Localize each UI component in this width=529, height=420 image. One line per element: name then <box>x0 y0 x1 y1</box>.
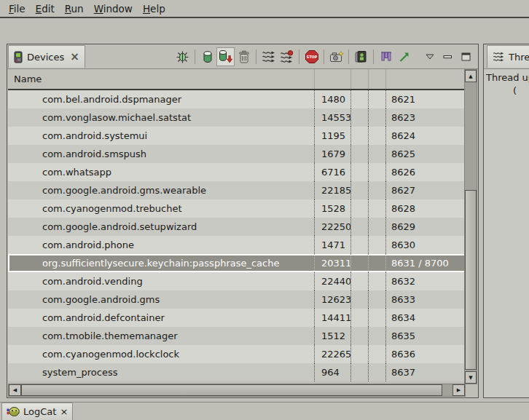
process-port: 8623 <box>385 108 466 127</box>
column-header-pid[interactable] <box>314 69 350 89</box>
green-arrow-button[interactable] <box>395 47 413 66</box>
process-port: 8621 <box>385 90 466 108</box>
close-icon[interactable]: × <box>70 52 79 63</box>
screen-record-button[interactable] <box>352 47 370 66</box>
process-name: com.bel.android.dspmanager <box>8 90 314 108</box>
process-name: com.cyanogenmod.lockclock <box>8 345 314 363</box>
scroll-right-button[interactable]: ▶ <box>452 384 465 396</box>
menu-item[interactable]: Edit <box>34 1 63 16</box>
hierarchy-bars-icon <box>380 50 393 63</box>
process-pid: 22250 <box>314 218 350 236</box>
process-name: com.vonglasow.michael.satstat <box>8 108 314 127</box>
table-row[interactable]: com.tmobile.thememanager 1512 8635 <box>8 327 466 345</box>
table-row[interactable]: com.google.android.gms.wearable 22185 86… <box>8 181 466 199</box>
table-row[interactable]: com.android.smspush 1679 8625 <box>8 145 466 163</box>
menu-item[interactable]: Run <box>63 1 93 16</box>
process-blank1 <box>350 363 368 381</box>
process-blank2 <box>368 218 385 236</box>
stop-process-button[interactable]: STOP <box>302 47 321 66</box>
table-row[interactable]: com.android.defcontainer 14411 8634 <box>8 309 466 327</box>
table-row[interactable]: com.google.android.gms 12623 8633 <box>8 290 466 309</box>
update-threads-button[interactable] <box>259 47 278 66</box>
tab-devices[interactable]: Devices × <box>8 45 85 68</box>
column-header-name[interactable]: Name <box>8 69 314 89</box>
camera-icon <box>329 50 344 63</box>
device-table-header: Name <box>8 69 466 90</box>
menu-bar: File Edit Run Window Help <box>0 0 529 18</box>
start-method-profiling-button[interactable] <box>278 47 296 66</box>
vertical-scrollbar[interactable]: ▲ ▼ <box>464 69 477 384</box>
tab-logcat[interactable]: LogCat × <box>1 403 73 420</box>
table-row[interactable]: org.sufficientlysecure.keychain:passphra… <box>8 254 466 272</box>
table-row[interactable]: system_process 964 8637 <box>8 363 466 381</box>
vertical-scrollbar-thumb[interactable] <box>465 190 477 370</box>
horizontal-scrollbar-thumb[interactable] <box>21 384 442 396</box>
column-header-port[interactable] <box>385 69 466 89</box>
process-blank1 <box>350 108 368 127</box>
process-blank1 <box>350 127 368 145</box>
toolbar-separator <box>324 49 324 64</box>
menu-item[interactable]: File <box>7 1 34 16</box>
table-row[interactable]: com.android.systemui 1195 8624 <box>8 127 466 145</box>
method-profiling-icon <box>280 50 294 63</box>
menu-item[interactable]: Help <box>141 1 174 16</box>
table-row[interactable]: com.cyanogenmod.trebuchet 1528 8628 <box>8 199 466 218</box>
table-row[interactable]: com.bel.android.dspmanager 1480 8621 <box>8 90 466 108</box>
process-blank2 <box>368 290 385 309</box>
process-blank1 <box>350 290 368 309</box>
toolbar-separator <box>373 49 374 64</box>
process-name: org.sufficientlysecure.keychain:passphra… <box>8 254 314 272</box>
process-port: 8634 <box>385 309 466 327</box>
dump-hprof-icon <box>218 49 233 64</box>
column-header-blank2[interactable] <box>368 69 385 89</box>
svg-text:STOP: STOP <box>306 55 317 59</box>
process-port: 8626 <box>385 163 466 181</box>
table-row[interactable]: com.android.phone 1471 8630 <box>8 236 466 254</box>
toolbar-separator <box>256 49 256 64</box>
process-blank1 <box>350 345 368 363</box>
update-threads-icon <box>262 50 275 63</box>
screen-capture-button[interactable] <box>327 47 345 66</box>
horizontal-scrollbar[interactable]: ◀ ▶ <box>8 384 466 397</box>
scroll-down-button[interactable]: ▼ <box>465 371 477 384</box>
process-port: 8632 <box>385 272 466 290</box>
column-header-blank1[interactable] <box>350 69 368 89</box>
process-blank2 <box>368 254 385 272</box>
cause-gc-button[interactable] <box>235 47 253 66</box>
process-port: 8633 <box>385 290 466 309</box>
close-icon[interactable]: × <box>60 406 68 417</box>
minimize-button[interactable] <box>439 47 457 66</box>
update-heap-button[interactable] <box>198 47 216 66</box>
tab-devices-label: Devices <box>27 52 64 63</box>
table-row[interactable]: com.vonglasow.michael.satstat 14553 8623 <box>8 108 466 127</box>
process-name: com.cyanogenmod.trebuchet <box>8 199 314 218</box>
table-row[interactable]: com.cyanogenmod.lockclock 22265 8636 <box>8 345 466 363</box>
view-hierarchy-button[interactable] <box>377 47 395 66</box>
green-arrow-icon <box>398 50 411 63</box>
process-name: com.android.systemui <box>8 127 314 145</box>
process-pid: 20311 <box>314 254 350 272</box>
dump-hprof-button[interactable] <box>216 47 235 66</box>
process-blank1 <box>350 309 368 327</box>
process-name: com.whatsapp <box>8 163 314 181</box>
process-blank1 <box>350 145 368 163</box>
debug-attach-button[interactable] <box>173 47 192 66</box>
view-menu-button[interactable] <box>420 47 439 66</box>
toolbar-separator <box>348 49 349 64</box>
tab-threads-label: Threads <box>509 52 529 63</box>
process-name: system_process <box>8 363 314 381</box>
process-blank2 <box>368 108 385 127</box>
process-port: 8630 <box>385 236 466 254</box>
stop-icon: STOP <box>305 49 319 64</box>
tab-threads[interactable]: Threads <box>487 45 529 68</box>
process-pid: 12623 <box>314 290 350 309</box>
process-blank1 <box>350 254 368 272</box>
maximize-button[interactable] <box>457 47 475 66</box>
menu-item[interactable]: Window <box>93 1 141 16</box>
table-row[interactable]: com.google.android.setupwizard 22250 862… <box>8 218 466 236</box>
update-heap-icon <box>201 50 214 64</box>
scroll-up-button[interactable]: ▲ <box>465 70 477 82</box>
table-row[interactable]: com.whatsapp 6716 8626 <box>8 163 466 181</box>
table-row[interactable]: com.android.vending 22440 8632 <box>8 272 466 290</box>
scroll-left-button[interactable]: ◀ <box>9 384 21 396</box>
